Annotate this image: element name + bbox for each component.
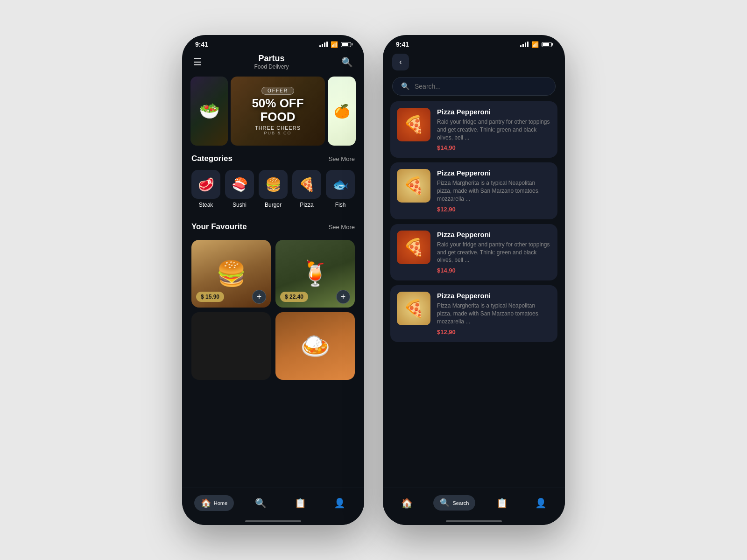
food-image-4: 🍕 xyxy=(397,292,430,325)
offer-badge: OFFER xyxy=(261,87,294,95)
nav2-search[interactable]: 🔍 Search xyxy=(433,495,475,511)
food-info-3: Pizza Pepperoni Raid your fridge and pan… xyxy=(437,231,551,274)
battery-icon-2 xyxy=(542,42,552,47)
wifi-icon: 📶 xyxy=(331,41,338,48)
offer-sub: THREE CHEERS xyxy=(255,125,301,131)
signal-icon-2 xyxy=(520,42,529,47)
food-name-1: Pizza Pepperoni xyxy=(437,108,551,116)
nav-search[interactable]: 🔍 xyxy=(248,495,273,511)
signal-icon xyxy=(319,42,328,47)
fav-drinks-add-button[interactable]: + xyxy=(336,290,350,304)
fav-card-burger[interactable]: 🍔 $ 15.90 + xyxy=(191,240,271,308)
status-icons-2: 📶 xyxy=(520,41,552,48)
status-bar-1: 9:41 📶 xyxy=(182,35,364,51)
offer-sub2: PUB & CO xyxy=(264,131,291,135)
time-2: 9:41 xyxy=(396,41,409,48)
food-image-2: 🍕 xyxy=(397,169,430,203)
banner-main[interactable]: OFFER 50% OFF FOOD THREE CHEERS PUB & CO xyxy=(231,77,325,146)
phone-1: 9:41 📶 ☰ Partus Food Delivery 🔍 xyxy=(182,35,364,525)
fav-burger-price: $ 15.90 xyxy=(196,292,224,302)
nav-profile-icon: 👤 xyxy=(334,497,345,509)
nav2-home-icon: 🏠 xyxy=(401,497,413,509)
fav-card-drinks[interactable]: 🍹 $ 22.40 + xyxy=(275,240,355,308)
food-name-4: Pizza Pepperoni xyxy=(437,292,551,300)
food-name-3: Pizza Pepperoni xyxy=(437,231,551,238)
food-price-4: $12,90 xyxy=(437,329,551,336)
sushi-icon: 🍣 xyxy=(225,170,254,199)
category-fish[interactable]: 🐟 Fish xyxy=(326,170,355,208)
category-pizza[interactable]: 🍕 Pizza xyxy=(292,170,321,208)
food-desc-3: Raid your fridge and pantry for other to… xyxy=(437,241,551,264)
food-price-3: $14,90 xyxy=(437,267,551,274)
categories-header: Categories See More xyxy=(191,154,355,163)
home-indicator xyxy=(245,520,301,522)
food-info-4: Pizza Pepperoni Pizza Margherita is a ty… xyxy=(437,292,551,335)
app-name: Partus xyxy=(254,54,289,63)
banner-right xyxy=(328,77,356,146)
banner-left xyxy=(190,77,228,146)
burger-label: Burger xyxy=(265,202,282,208)
app-subtitle: Food Delivery xyxy=(254,63,289,70)
pizza-label: Pizza xyxy=(300,202,313,208)
fav-burger-bottom: $ 15.90 + xyxy=(191,286,271,308)
food-desc-1: Raid your fridge and pantry for other to… xyxy=(437,118,551,141)
categories-section: Categories See More 🥩 Steak 🍣 Sushi 🍔 Bu… xyxy=(182,146,364,214)
category-steak[interactable]: 🥩 Steak xyxy=(191,170,220,208)
nav-home[interactable]: 🏠 Home xyxy=(194,495,234,511)
nav2-orders-icon: 📋 xyxy=(496,497,508,509)
back-button[interactable]: ‹ xyxy=(392,54,409,70)
fav-card-dark[interactable] xyxy=(191,312,271,380)
nav-orders[interactable]: 📋 xyxy=(288,495,313,511)
category-sushi[interactable]: 🍣 Sushi xyxy=(225,170,254,208)
search-input[interactable] xyxy=(415,83,547,90)
food-info-2: Pizza Pepperoni Pizza Margherita is a ty… xyxy=(437,169,551,212)
status-bar-2: 9:41 📶 xyxy=(383,35,565,51)
nav2-orders[interactable]: 📋 xyxy=(490,495,514,511)
food-card-4[interactable]: 🍕 Pizza Pepperoni Pizza Margherita is a … xyxy=(390,285,557,342)
categories-title: Categories xyxy=(191,154,233,163)
fav-card-food[interactable]: 🍛 xyxy=(275,312,355,380)
fav-drinks-price: $ 22.40 xyxy=(280,292,308,302)
time-1: 9:41 xyxy=(195,41,208,48)
categories-see-more[interactable]: See More xyxy=(329,155,355,162)
category-burger[interactable]: 🍔 Burger xyxy=(259,170,288,208)
nav2-home[interactable]: 🏠 xyxy=(395,495,419,511)
fav-dark-image xyxy=(191,312,271,380)
search-bar[interactable]: 🔍 xyxy=(392,77,556,96)
header-title: Partus Food Delivery xyxy=(254,54,289,70)
favourites-grid: 🍔 $ 15.90 + 🍹 $ 22.40 + 🍛 xyxy=(182,240,364,380)
steak-label: Steak xyxy=(199,202,213,208)
favourites-title: Your Favourite xyxy=(191,222,247,231)
nav-profile[interactable]: 👤 xyxy=(327,495,352,511)
menu-icon[interactable]: ☰ xyxy=(193,56,202,68)
home-icon: 🏠 Home xyxy=(201,498,227,508)
banner-area: OFFER 50% OFF FOOD THREE CHEERS PUB & CO xyxy=(182,77,364,146)
fish-label: Fish xyxy=(335,202,346,208)
pizza-icon: 🍕 xyxy=(292,170,321,199)
food-image-3: 🍕 xyxy=(397,231,430,264)
nav-home-label: Home xyxy=(214,500,227,506)
nav-search-icon: 🔍 xyxy=(255,497,267,509)
nav2-search-active: 🔍 Search xyxy=(440,498,469,508)
food-card-2[interactable]: 🍕 Pizza Pepperoni Pizza Margherita is a … xyxy=(390,162,557,219)
banner-left-image xyxy=(190,77,228,146)
banner-overlay: OFFER 50% OFF FOOD THREE CHEERS PUB & CO xyxy=(231,77,325,146)
nav2-search-label: Search xyxy=(452,500,469,506)
offer-text: 50% OFF FOOD xyxy=(252,97,303,123)
fav-drinks-bottom: $ 22.40 + xyxy=(275,286,355,308)
phone2-header: ‹ xyxy=(383,51,565,75)
categories-row: 🥩 Steak 🍣 Sushi 🍔 Burger 🍕 Pizza 🐟 Fish xyxy=(191,170,355,210)
bottom-nav-2: 🏠 🔍 Search 📋 👤 xyxy=(383,488,565,525)
fav-burger-add-button[interactable]: + xyxy=(252,290,266,304)
steak-icon: 🥩 xyxy=(191,170,220,199)
phone-2: 9:41 📶 ‹ 🔍 🍕 Pizza Pepperoni xyxy=(383,35,565,525)
fish-icon: 🐟 xyxy=(326,170,355,199)
food-card-3[interactable]: 🍕 Pizza Pepperoni Raid your fridge and p… xyxy=(390,224,557,280)
favourites-section: Your Favourite See More xyxy=(182,214,364,240)
header-search-icon[interactable]: 🔍 xyxy=(341,56,353,68)
nav2-profile[interactable]: 👤 xyxy=(529,495,553,511)
food-card-1[interactable]: 🍕 Pizza Pepperoni Raid your fridge and p… xyxy=(390,101,557,158)
favourites-see-more[interactable]: See More xyxy=(329,224,355,231)
food-desc-4: Pizza Margherita is a typical Neapolitan… xyxy=(437,302,551,325)
nav-orders-icon: 📋 xyxy=(295,497,306,509)
